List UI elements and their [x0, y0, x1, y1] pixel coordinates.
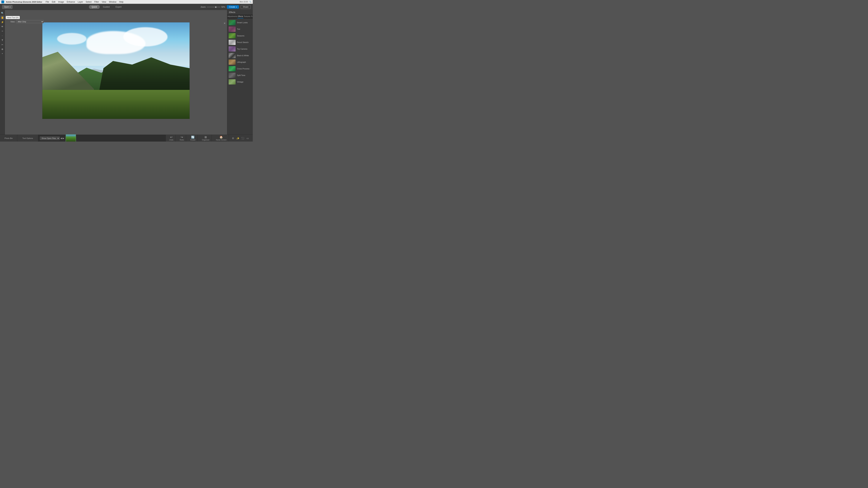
tab-effects[interactable]: Effects	[238, 15, 243, 19]
right-panel: Effects Adjustments Effects Textures Fra…	[227, 10, 253, 135]
foreground-detail	[42, 100, 190, 119]
organizer-icon: ⊞	[205, 135, 207, 139]
textures-panel-icon[interactable]: ⬛	[241, 136, 245, 140]
smart-fix-tool[interactable]: 👁	[1, 25, 4, 28]
system-icons: Mon 15:50 🔍	[240, 1, 251, 3]
redo-action[interactable]: ↪ Redo	[178, 135, 186, 141]
effect-thumb-6	[229, 60, 236, 65]
menu-enhance[interactable]: Enhance	[66, 0, 76, 4]
effects-panel-icon[interactable]: ✨	[236, 136, 240, 140]
redo-label: Redo	[180, 139, 184, 141]
filmstrip-arrow-left[interactable]: ◀	[60, 137, 62, 139]
whiten-teeth-tool[interactable]: —	[1, 34, 4, 37]
menu-layer[interactable]: Layer	[77, 0, 84, 4]
zoom-slider[interactable]	[207, 7, 221, 7]
close-canvas-button[interactable]: ✕	[224, 22, 226, 25]
show-open-files-select[interactable]: Show Open Files	[40, 136, 60, 140]
effects-panel-title: Effects	[229, 11, 235, 13]
crop-tool[interactable]: ✂	[1, 43, 4, 46]
effect-name-0: Smart Looks	[237, 22, 248, 24]
menu-filter[interactable]: Filter	[93, 0, 100, 4]
effect-thumb-8	[229, 73, 236, 78]
view-options: View: Before & After - Horizontal Before…	[10, 20, 44, 23]
undo-label: Undo	[169, 139, 174, 141]
menu-bar: Adobe Photoshop Elements 2020 Editor Fil…	[0, 0, 253, 4]
text-tool[interactable]: T	[1, 38, 4, 42]
effect-thumb-4	[229, 46, 236, 52]
effect-thumb-9	[229, 79, 236, 85]
effect-item-split-tone[interactable]: Split Tone	[227, 72, 253, 78]
undo-action[interactable]: ↩ Undo	[167, 135, 176, 141]
effects-panel-header: Effects	[227, 10, 253, 15]
mode-expert[interactable]: Expert	[113, 5, 124, 9]
healing-brush-tool[interactable]: ✏	[1, 29, 4, 33]
photo-bin-label: Photo Bin	[4, 137, 13, 139]
zoom-tool[interactable]: 🔍	[1, 11, 4, 15]
effect-item-seasons[interactable]: Seasons	[227, 32, 253, 39]
home-screen-action[interactable]: 🏠 Home Screen	[214, 135, 229, 141]
panel-tabs: Adjustments Effects Textures Frames	[227, 15, 253, 19]
tab-adjustments[interactable]: Adjustments	[227, 15, 238, 19]
undo-icon: ↩	[170, 135, 173, 139]
organizer-action[interactable]: ⊞ Organizer	[200, 135, 212, 141]
mode-switcher: Quick Guided Expert	[76, 5, 137, 9]
effect-name-9: Vintage	[237, 81, 243, 83]
effect-item-tint[interactable]: Tint	[227, 26, 253, 32]
share-button[interactable]: Share	[241, 5, 251, 9]
tool-options-section: Tool Options	[18, 135, 38, 141]
menu-image[interactable]: Image	[57, 0, 65, 4]
effect-item-vintage[interactable]: Vintage	[227, 78, 253, 85]
left-toolbar: 🔍 ✋ Hand Tool (H) ⚡ 👁 ✏ — T ✂ ⊕ +	[0, 10, 5, 135]
tab-textures[interactable]: Textures	[243, 15, 251, 19]
top-bar: Open Quick Guided Expert Zoom: 50% Creat…	[0, 4, 253, 10]
right-action-icons: ⚙ ✨ ⬛ ▭	[231, 136, 251, 140]
create-button[interactable]: Create	[227, 5, 239, 9]
menu-edit[interactable]: Edit	[51, 0, 56, 4]
view-select[interactable]: Before & After - Horizontal Before & Aft…	[16, 20, 44, 23]
effect-name-7: Cross Process	[237, 68, 249, 70]
mode-quick[interactable]: Quick	[89, 5, 100, 9]
tab-frames[interactable]: Frames	[251, 15, 253, 19]
menu-help[interactable]: Help	[118, 0, 124, 4]
effect-item-pencil-sketch[interactable]: Pencil Sketch	[227, 39, 253, 45]
effect-name-3: Pencil Sketch	[237, 41, 249, 43]
effect-item-black-white[interactable]: Black & White	[227, 52, 253, 59]
menu-select[interactable]: Select	[85, 0, 93, 4]
effect-item-cross-process[interactable]: Cross Process	[227, 65, 253, 72]
main-layout: 🔍 ✋ Hand Tool (H) ⚡ 👁 ✏ — T ✂ ⊕ + View: …	[0, 10, 253, 135]
effect-thumb-3	[229, 40, 236, 45]
hand-tool[interactable]: ✋ Hand Tool (H)	[1, 15, 4, 20]
move-tool[interactable]: ⊕	[1, 47, 4, 51]
open-button[interactable]: Open	[2, 5, 12, 9]
filmstrip-arrow-right[interactable]: ▶	[63, 137, 64, 139]
view-label: View:	[10, 21, 15, 23]
effect-name-5: Black & White	[237, 55, 249, 57]
effect-thumb-5	[229, 53, 236, 58]
effects-list: Smart Looks Tint Seasons Pencil Sketch T…	[227, 19, 253, 135]
organizer-label: Organizer	[202, 139, 210, 141]
menu-file[interactable]: File	[44, 0, 50, 4]
filmstrip: Show Open Files ◀ ▶	[38, 135, 166, 141]
canvas-frame	[42, 22, 190, 119]
canvas-area: View: Before & After - Horizontal Before…	[5, 10, 227, 135]
mode-guided[interactable]: Guided	[100, 5, 113, 9]
menu-window[interactable]: Window	[108, 0, 118, 4]
film-thumbnail[interactable]	[66, 134, 76, 141]
zoom-value: 50%	[221, 6, 225, 8]
redeye-tool[interactable]: +	[1, 52, 4, 56]
home-screen-label: Home Screen	[216, 139, 226, 141]
effect-thumb-1	[229, 27, 236, 32]
effect-item-smart-looks[interactable]: Smart Looks	[227, 19, 253, 26]
filmstrip-controls: Show Open Files ◀ ▶	[40, 136, 64, 140]
effect-name-1: Tint	[237, 28, 240, 30]
adjustments-panel-icon[interactable]: ⚙	[231, 136, 235, 140]
bottom-panel: Photo Bin Tool Options Show Open Files ◀…	[0, 135, 253, 141]
tool-options-label: Tool Options	[22, 137, 33, 139]
frames-panel-icon[interactable]: ▭	[245, 136, 250, 140]
quick-select-tool[interactable]: ⚡	[1, 20, 4, 24]
effect-item-lithograph[interactable]: Lithograph	[227, 59, 253, 65]
app-icon	[1, 1, 4, 3]
rotate-action[interactable]: 🔄 Rotate	[188, 135, 197, 141]
menu-view[interactable]: View	[101, 0, 107, 4]
effect-item-toy-camera[interactable]: Toy Camera	[227, 45, 253, 52]
